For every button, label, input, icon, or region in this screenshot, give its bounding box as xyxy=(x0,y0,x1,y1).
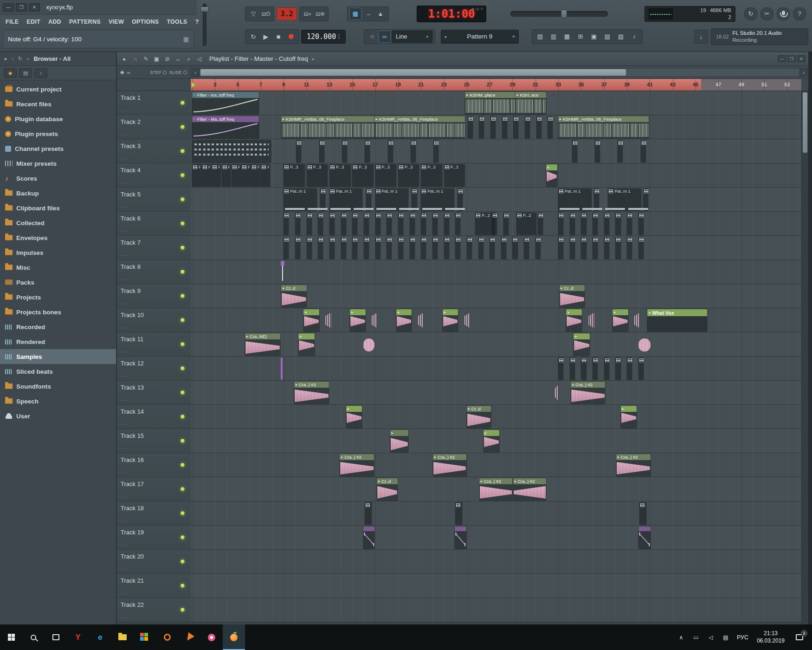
track-mute-led[interactable] xyxy=(180,462,185,468)
taskbar-app-carrot-app[interactable] xyxy=(178,624,200,650)
browser-item-clipboard-files[interactable]: Clipboard files xyxy=(0,201,116,215)
track-lane-1[interactable]: ~Filter - Ins..toff freq▸KSHM..place▸KSH… xyxy=(191,91,801,115)
hscroll-thumb[interactable] xyxy=(200,69,626,76)
playlist-clip[interactable] xyxy=(525,116,530,138)
browser-item-packs[interactable]: Packs xyxy=(0,275,116,290)
track-lane-19[interactable] xyxy=(191,526,801,550)
playlist-clip[interactable]: P...3 xyxy=(232,164,241,187)
playlist-clip[interactable] xyxy=(615,213,620,235)
playlist-clip[interactable] xyxy=(604,237,609,259)
playlist-clip[interactable]: P...3 xyxy=(212,164,221,187)
playlist-clip[interactable]: ▸Cra..) #2 xyxy=(340,454,374,476)
browser-item-plugin-presets[interactable]: Plugin presets xyxy=(0,126,116,141)
track-mute-led[interactable] xyxy=(180,511,185,516)
playlist-clip[interactable] xyxy=(421,237,426,259)
track-panel-22[interactable]: Track 22... xyxy=(117,598,191,622)
track-mute-led[interactable] xyxy=(180,535,185,540)
track-panel-11[interactable]: Track 11... xyxy=(117,332,191,357)
track-lane-3[interactable] xyxy=(191,139,801,163)
record-button[interactable] xyxy=(285,31,296,42)
playlist-clip[interactable] xyxy=(363,338,375,351)
playlist-clip[interactable]: ▸Cra..) #2 xyxy=(513,478,547,500)
playlist-clip[interactable] xyxy=(375,237,380,259)
track-panel-12[interactable]: Track 12... xyxy=(117,357,191,381)
track-mute-led[interactable] xyxy=(180,366,185,371)
track-mute-led[interactable] xyxy=(180,100,185,105)
playlist-clip[interactable] xyxy=(455,526,466,549)
playhead-marker[interactable] xyxy=(192,82,195,88)
browser-up-icon[interactable]: ↑ xyxy=(12,56,14,62)
search-button[interactable] xyxy=(22,624,45,650)
playlist-clip[interactable]: ▸What Vox xyxy=(647,309,707,332)
track-panel-7[interactable]: Track 7... xyxy=(117,236,191,260)
playlist-minimize-button[interactable]: — xyxy=(778,55,786,62)
playlist-clip[interactable] xyxy=(581,358,586,380)
track-lane-9[interactable]: ▸Cr..d▸Cr..d xyxy=(191,284,801,308)
playlist-clip[interactable]: ▸ xyxy=(621,406,637,428)
playlist-clip[interactable]: ▸Cra..) #2 xyxy=(571,382,605,404)
playlist-clip[interactable] xyxy=(319,140,324,162)
typing-keyboard-button[interactable]: ШŌ xyxy=(260,8,271,20)
playlist-clip[interactable] xyxy=(558,237,563,259)
pattern-selector[interactable]: ▸ Pattern 9 + xyxy=(441,30,519,44)
playlist-clip[interactable] xyxy=(433,140,438,162)
track-options[interactable]: ... xyxy=(122,348,129,353)
scroll-left-button[interactable]: ‹ xyxy=(192,68,199,77)
track-lane-21[interactable] xyxy=(191,574,801,598)
touch-tool-button[interactable]: ♪ xyxy=(629,31,640,42)
playlist-clip[interactable] xyxy=(192,140,271,162)
track-options[interactable]: ... xyxy=(122,275,129,281)
playlist-clip[interactable]: P...3 xyxy=(307,164,328,187)
track-mute-led[interactable] xyxy=(180,173,185,178)
playlist-clip[interactable] xyxy=(325,312,331,328)
playlist-clip[interactable] xyxy=(490,237,495,259)
playlist-clip[interactable]: ▸KSHMR_Ambia..06_Fireplace xyxy=(558,116,649,138)
browser-item-rendered[interactable]: Rendered xyxy=(0,334,116,349)
slide-toggle[interactable]: SLIDE xyxy=(169,70,187,75)
playlist-clip[interactable] xyxy=(639,502,646,525)
browser-item-samples[interactable]: Samples xyxy=(0,349,116,364)
playlist-clip[interactable]: ~Filter - Ins..toff freq xyxy=(192,92,259,114)
zoom-tool-icon[interactable]: ⌕ xyxy=(184,54,193,64)
playlist-clip[interactable] xyxy=(421,213,426,235)
menu-file[interactable]: FILE xyxy=(6,19,19,25)
playlist-clip[interactable] xyxy=(444,213,449,235)
playlist-clip[interactable]: P...3 xyxy=(444,164,465,187)
typing-octave-display[interactable]: 3.2 xyxy=(277,7,297,20)
pattern-add-button[interactable]: + xyxy=(509,33,518,40)
playlist-clip[interactable] xyxy=(307,213,312,235)
playlist-clip[interactable] xyxy=(352,213,357,235)
playlist-clip[interactable] xyxy=(455,213,460,235)
volume-track[interactable] xyxy=(203,4,206,46)
playlist-clip[interactable] xyxy=(410,237,415,259)
typing-to-piano-button[interactable]: ▦ xyxy=(350,8,361,20)
track-panel-2[interactable]: Track 2... xyxy=(117,115,191,139)
browser-item-impulses[interactable]: Impulses xyxy=(0,245,116,260)
piano-roll-tool-button[interactable]: ▥ xyxy=(548,31,559,42)
playlist-clip[interactable] xyxy=(398,213,403,235)
track-mute-led[interactable] xyxy=(180,149,185,154)
playlist-clip[interactable] xyxy=(558,213,563,235)
menu-view[interactable]: VIEW xyxy=(109,19,124,25)
playlist-clip[interactable] xyxy=(604,213,609,235)
playback-tool-icon[interactable]: ◁ xyxy=(194,54,204,64)
track-lane-8[interactable] xyxy=(191,260,801,284)
track-options[interactable]: ... xyxy=(122,396,129,402)
track-mute-led[interactable] xyxy=(180,390,185,395)
track-lane-17[interactable]: ▸Cr..d▸Cra..) #2▸Cra..) #2 xyxy=(191,477,801,501)
playlist-clip[interactable] xyxy=(284,237,289,259)
track-mute-led[interactable] xyxy=(180,487,185,492)
plugin-tab[interactable]: ◆ xyxy=(4,68,17,78)
playlist-clip[interactable] xyxy=(445,208,465,210)
track-options[interactable]: ... xyxy=(122,203,129,208)
playlist-clip[interactable]: ▸Cra..NE) xyxy=(245,333,280,356)
horizontal-scrollbar[interactable]: ‹ › xyxy=(191,66,808,78)
playlist-clip[interactable] xyxy=(354,208,374,210)
sync-button[interactable]: ↻ xyxy=(248,31,259,42)
playlist-clip[interactable] xyxy=(330,208,350,210)
playlist-clip[interactable]: P...3 xyxy=(352,164,374,187)
playlist-clip[interactable]: ▸Cra..) #2 xyxy=(616,454,651,476)
browser-item-sliced-beats[interactable]: Sliced beats xyxy=(0,364,116,379)
track-options[interactable]: ... xyxy=(122,251,129,257)
playlist-clip[interactable] xyxy=(444,237,449,259)
